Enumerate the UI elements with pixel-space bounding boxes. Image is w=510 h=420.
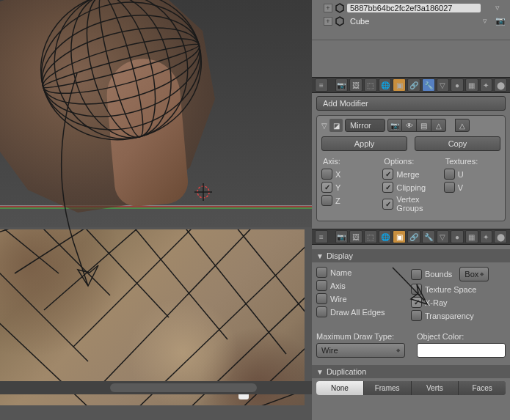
object-icon	[335, 3, 345, 13]
duplication-section-header[interactable]: ▼ Duplication	[312, 365, 510, 378]
transparency-checkbox[interactable]	[411, 310, 422, 321]
3d-viewport[interactable]	[0, 0, 312, 420]
3d-cursor-icon	[194, 183, 212, 201]
copy-button[interactable]: Copy	[415, 136, 500, 151]
viewport-main[interactable]	[0, 0, 312, 227]
context-world-icon[interactable]: 🌐	[379, 78, 392, 92]
axis-x-checkbox[interactable]	[321, 169, 332, 180]
editor-type-icon[interactable]: ≡	[315, 230, 328, 243]
duplication-tabs: None Frames Verts Faces	[316, 381, 506, 395]
wire-checkbox[interactable]	[316, 293, 327, 304]
context-data-icon[interactable]: ▽	[437, 78, 450, 92]
properties-panel: + 5887bb64bc2fc2ef3a186027 ▿ + Cube ▿ 📷 …	[312, 0, 510, 420]
context-material-icon[interactable]: ●	[451, 78, 464, 92]
tab-verts[interactable]: Verts	[412, 381, 459, 395]
svg-line-13	[0, 229, 73, 237]
tree-expand-icon[interactable]: +	[324, 4, 332, 12]
svg-point-8	[38, 27, 203, 104]
outliner[interactable]: + 5887bb64bc2fc2ef3a186027 ▿ + Cube ▿ 📷	[312, 0, 510, 40]
context-constraints-icon[interactable]: 🔗	[407, 230, 420, 243]
merge-checkbox[interactable]	[382, 169, 393, 180]
name-checkbox[interactable]	[316, 267, 327, 278]
section-title: Duplication	[327, 367, 366, 376]
modifier-mirror: ▽ ◪ Mirror 📷 👁 ▤ △ △ Apply Copy	[316, 115, 506, 221]
svg-line-24	[117, 229, 227, 339]
realtime-toggle[interactable]: 👁	[402, 119, 417, 132]
tree-expand-icon[interactable]: +	[324, 17, 332, 26]
mirror-icon: ◪	[329, 119, 343, 132]
display-section-header[interactable]: ▼ Display	[312, 249, 510, 262]
scrollbar-thumb[interactable]	[110, 383, 257, 392]
vertex-groups-checkbox[interactable]	[382, 199, 393, 210]
cage-toggle[interactable]: △	[431, 119, 446, 132]
context-particles-icon[interactable]: ✦	[480, 230, 493, 243]
svg-line-16	[73, 229, 213, 347]
context-scene-icon[interactable]: ⬚	[364, 230, 377, 243]
bounds-checkbox[interactable]	[411, 269, 422, 280]
axis-y-checkbox[interactable]	[321, 182, 332, 193]
object-color-label: Object Color:	[417, 332, 506, 341]
texture-space-checkbox[interactable]	[411, 284, 422, 295]
properties-header: ≡ 📷 🖼 ⬚ 🌐 ▣ 🔗 🔧 ▽ ● ▦ ✦ ⬤	[312, 77, 510, 93]
context-particles-icon[interactable]: ✦	[480, 78, 493, 92]
wireframe-sphere[interactable]	[37, 0, 205, 147]
viewport-scrollbar[interactable]	[0, 381, 312, 394]
outliner-row[interactable]: + 5887bb64bc2fc2ef3a186027 ▿	[316, 1, 506, 15]
svg-point-0	[37, 0, 205, 147]
axis-display-checkbox[interactable]	[316, 280, 327, 291]
tab-faces[interactable]: Faces	[459, 381, 506, 395]
bounds-type-dropdown[interactable]: Box	[459, 267, 489, 281]
context-texture-icon[interactable]: ▦	[465, 230, 478, 243]
context-scene-icon[interactable]: ⬚	[364, 78, 377, 92]
context-data-icon[interactable]: ▽	[437, 230, 450, 243]
restrict-select-icon[interactable]: ▿	[495, 3, 506, 13]
context-render-icon[interactable]: 📷	[335, 78, 349, 92]
svg-point-1	[38, 0, 204, 147]
object-name[interactable]: Cube	[347, 17, 481, 26]
axis-z-checkbox[interactable]	[321, 195, 332, 206]
xray-checkbox[interactable]	[411, 297, 422, 308]
max-draw-type-dropdown[interactable]: Wire	[316, 343, 405, 358]
context-object-icon[interactable]: ▣	[393, 78, 406, 92]
context-world-icon[interactable]: 🌐	[379, 230, 392, 243]
context-layers-icon[interactable]: 🖼	[349, 230, 363, 243]
collapse-icon[interactable]: ▽	[321, 122, 327, 130]
modifier-name-field[interactable]: Mirror	[345, 119, 385, 132]
texture-v-checkbox[interactable]	[444, 182, 455, 193]
draw-all-edges-checkbox[interactable]	[316, 306, 327, 317]
tab-none[interactable]: None	[316, 381, 364, 395]
add-modifier-button[interactable]: Add Modifier	[316, 96, 506, 111]
context-layers-icon[interactable]: 🖼	[349, 78, 363, 92]
context-constraints-icon[interactable]: 🔗	[407, 78, 420, 92]
editor-type-icon[interactable]: ≡	[315, 78, 328, 92]
svg-line-22	[22, 229, 110, 295]
restrict-render-icon[interactable]: 📷	[495, 16, 506, 26]
context-object-icon[interactable]: ▣	[393, 230, 406, 243]
outliner-row[interactable]: + Cube ▿ 📷	[316, 15, 506, 28]
svg-line-15	[44, 229, 161, 310]
apply-button[interactable]: Apply	[321, 136, 407, 151]
tab-frames[interactable]: Frames	[364, 381, 412, 395]
collapse-icon: ▼	[316, 368, 324, 376]
clipping-checkbox[interactable]	[382, 182, 393, 193]
svg-point-5	[37, 0, 205, 147]
object-color-swatch[interactable]	[417, 343, 506, 358]
restrict-select-icon[interactable]: ▿	[483, 16, 493, 26]
textures-label: Textures:	[444, 157, 500, 166]
context-physics-icon[interactable]: ⬤	[494, 78, 507, 92]
move-up-button[interactable]: △	[455, 119, 470, 132]
context-modifiers-icon[interactable]: 🔧	[422, 78, 435, 92]
object-name[interactable]: 5887bb64bc2fc2ef3a186027	[347, 4, 481, 12]
section-title: Display	[327, 251, 353, 260]
context-material-icon[interactable]: ●	[451, 230, 464, 243]
object-icon	[335, 16, 345, 26]
context-modifiers-icon[interactable]: 🔧	[422, 230, 435, 243]
max-draw-type-label: Maximum Draw Type:	[316, 332, 405, 341]
context-texture-icon[interactable]: ▦	[465, 78, 478, 92]
editmode-toggle[interactable]: ▤	[417, 119, 431, 132]
svg-line-25	[169, 229, 286, 354]
context-physics-icon[interactable]: ⬤	[494, 230, 507, 243]
context-render-icon[interactable]: 📷	[335, 230, 349, 243]
texture-u-checkbox[interactable]	[444, 169, 455, 180]
render-toggle[interactable]: 📷	[387, 119, 402, 132]
